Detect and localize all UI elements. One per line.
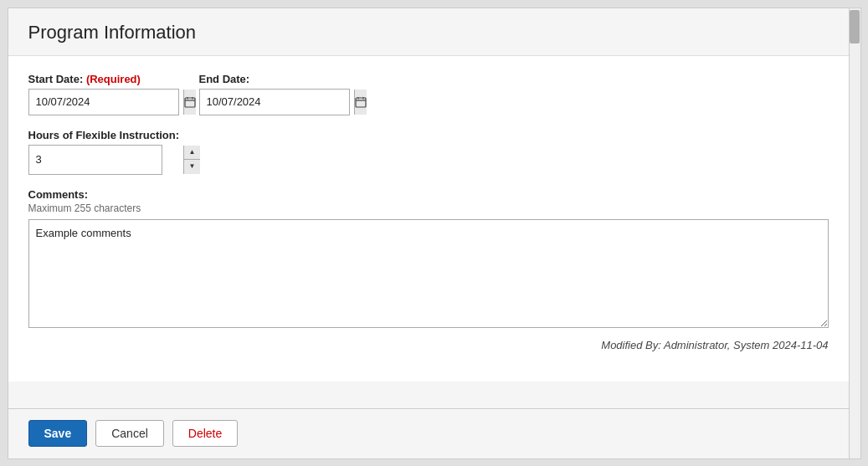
hours-input[interactable] [29,150,183,169]
footer: Save Cancel Delete [8,408,860,458]
start-date-input[interactable] [29,92,183,111]
hours-group: Hours of Flexible Instruction: ▲ ▼ [28,129,829,175]
end-date-label: End Date: [199,73,350,85]
required-text: (Required) [86,73,141,85]
end-date-calendar-button[interactable] [354,90,367,115]
calendar-icon [355,96,367,108]
outer-container: Program Information Start Date: (Require… [8,8,861,459]
date-row: Start Date: (Required) [28,73,829,115]
comments-textarea[interactable]: Example comments [28,219,829,328]
page-header: Program Information [8,8,849,56]
end-date-input-wrapper [199,89,350,115]
start-date-group: Start Date: (Required) [28,73,179,115]
svg-rect-4 [356,98,366,107]
spinner-up-button[interactable]: ▲ [184,146,201,161]
svg-rect-0 [185,98,195,107]
spinner-down-button[interactable]: ▼ [184,160,201,174]
delete-button[interactable]: Delete [172,420,238,447]
calendar-icon [184,96,196,108]
comments-label: Comments: [28,188,829,201]
modified-by: Modified By: Administrator, System 2024-… [28,339,829,365]
start-date-label: Start Date: (Required) [28,73,179,85]
spinner-controls: ▲ ▼ [183,146,201,174]
scrollbar-track[interactable] [849,8,860,458]
cancel-button[interactable]: Cancel [95,420,164,447]
comments-section: Comments: Maximum 255 characters Example… [28,188,829,330]
hours-spinner-wrapper: ▲ ▼ [28,145,162,175]
save-button[interactable]: Save [28,420,88,447]
start-date-input-wrapper [28,89,179,115]
form-area: Start Date: (Required) [8,56,849,382]
main-content: Program Information Start Date: (Require… [8,8,860,408]
end-date-group: End Date: [199,73,350,115]
hours-label: Hours of Flexible Instruction: [28,129,829,141]
start-date-calendar-button[interactable] [183,90,196,115]
scrollbar-thumb [850,10,860,44]
comments-hint: Maximum 255 characters [28,202,829,214]
end-date-input[interactable] [200,92,354,111]
page-title: Program Information [28,22,829,44]
